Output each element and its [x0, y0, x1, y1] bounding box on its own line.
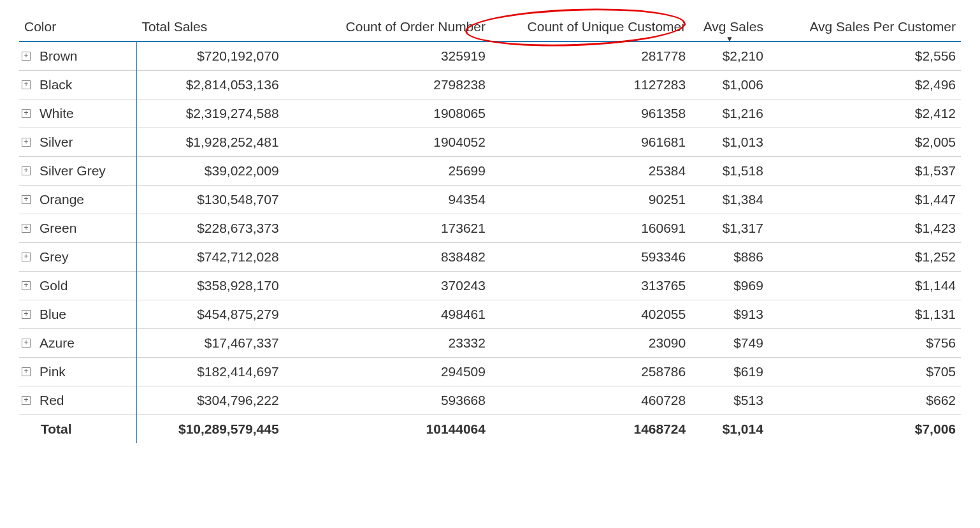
- total-avg-sales: $1,014: [691, 415, 768, 444]
- cell-count-order: 94354: [284, 186, 491, 214]
- cell-color[interactable]: +Gold: [19, 272, 136, 300]
- cell-count-customer: 160691: [491, 214, 691, 243]
- cell-avg-per-customer: $1,131: [768, 300, 961, 329]
- expand-icon[interactable]: +: [22, 224, 31, 233]
- cell-color[interactable]: +Silver: [19, 128, 136, 157]
- table-body: +Brown$720,192,070325919281778$2,210$2,5…: [19, 41, 961, 443]
- header-avg-sales-label: Avg Sales: [703, 19, 763, 34]
- header-row: Color Total Sales Count of Order Number …: [19, 13, 961, 41]
- color-label: Azure: [40, 335, 75, 350]
- cell-count-customer: 961358: [491, 99, 691, 128]
- cell-count-customer: 1127283: [491, 71, 691, 99]
- table-row: +Silver Grey$39,022,0092569925384$1,518$…: [19, 157, 961, 186]
- expand-icon[interactable]: +: [22, 396, 31, 405]
- table-row: +Green$228,673,373173621160691$1,317$1,4…: [19, 214, 961, 243]
- expand-icon[interactable]: +: [22, 339, 31, 348]
- cell-avg-per-customer: $662: [768, 386, 961, 415]
- cell-count-order: 498461: [284, 300, 491, 329]
- cell-count-order: 25699: [284, 157, 491, 186]
- expand-icon[interactable]: +: [22, 281, 31, 290]
- color-label: Gold: [40, 278, 68, 293]
- expand-icon[interactable]: +: [22, 52, 31, 61]
- cell-avg-per-customer: $1,144: [768, 272, 961, 300]
- header-color[interactable]: Color: [19, 13, 136, 41]
- cell-avg-sales: $913: [691, 300, 768, 329]
- header-avg-per-customer-label: Avg Sales Per Customer: [809, 19, 956, 34]
- header-avg-sales[interactable]: Avg Sales ▼: [691, 13, 768, 41]
- cell-count-customer: 313765: [491, 272, 691, 300]
- table-row: +Blue$454,875,279498461402055$913$1,131: [19, 300, 961, 329]
- cell-color[interactable]: +Black: [19, 71, 136, 99]
- cell-color[interactable]: +Pink: [19, 358, 136, 386]
- sort-descending-icon: ▼: [726, 34, 733, 43]
- expand-icon[interactable]: +: [22, 166, 31, 175]
- cell-color[interactable]: +Green: [19, 214, 136, 243]
- expand-icon[interactable]: +: [22, 195, 31, 204]
- cell-avg-per-customer: $2,496: [768, 71, 961, 99]
- cell-total-sales: $304,796,222: [136, 386, 284, 415]
- header-avg-per-customer[interactable]: Avg Sales Per Customer: [768, 13, 961, 41]
- cell-avg-per-customer: $705: [768, 358, 961, 386]
- expand-icon[interactable]: +: [22, 367, 31, 376]
- table-row: +Red$304,796,222593668460728$513$662: [19, 386, 961, 415]
- cell-color[interactable]: +Blue: [19, 300, 136, 329]
- color-label: White: [40, 106, 74, 121]
- cell-avg-sales: $886: [691, 243, 768, 272]
- cell-color[interactable]: +Silver Grey: [19, 157, 136, 186]
- cell-count-order: 838482: [284, 243, 491, 272]
- cell-color[interactable]: +Red: [19, 386, 136, 415]
- header-count-order-label: Count of Order Number: [346, 19, 486, 34]
- cell-count-customer: 258786: [491, 358, 691, 386]
- cell-avg-per-customer: $2,005: [768, 128, 961, 157]
- cell-color[interactable]: +Grey: [19, 243, 136, 272]
- table-row: +Brown$720,192,070325919281778$2,210$2,5…: [19, 41, 961, 71]
- color-label: Orange: [40, 192, 84, 207]
- cell-avg-per-customer: $1,537: [768, 157, 961, 186]
- cell-total-sales: $2,319,274,588: [136, 99, 284, 128]
- cell-avg-per-customer: $2,556: [768, 41, 961, 71]
- cell-color[interactable]: +Azure: [19, 329, 136, 358]
- total-total-sales: $10,289,579,445: [136, 415, 284, 444]
- color-label: Black: [40, 77, 72, 92]
- cell-avg-per-customer: $1,447: [768, 186, 961, 214]
- header-count-customer[interactable]: Count of Unique Customer: [491, 13, 691, 41]
- color-label: Pink: [40, 364, 66, 379]
- header-count-customer-label: Count of Unique Customer: [528, 19, 686, 34]
- expand-icon[interactable]: +: [22, 253, 31, 261]
- table-row: +Gold$358,928,170370243313765$969$1,144: [19, 272, 961, 300]
- table-row: +Black$2,814,053,13627982381127283$1,006…: [19, 71, 961, 99]
- cell-count-order: 1904052: [284, 128, 491, 157]
- cell-avg-sales: $1,518: [691, 157, 768, 186]
- cell-total-sales: $39,022,009: [136, 157, 284, 186]
- expand-icon[interactable]: +: [22, 310, 31, 319]
- expand-icon[interactable]: +: [22, 138, 31, 147]
- header-color-label: Color: [24, 19, 56, 34]
- table-row: +Pink$182,414,697294509258786$619$705: [19, 358, 961, 386]
- cell-total-sales: $228,673,373: [136, 214, 284, 243]
- expand-icon[interactable]: +: [22, 109, 31, 118]
- cell-avg-sales: $513: [691, 386, 768, 415]
- cell-count-order: 2798238: [284, 71, 491, 99]
- cell-count-order: 173621: [284, 214, 491, 243]
- total-label-cell: Total: [19, 415, 136, 444]
- color-label: Red: [40, 393, 64, 407]
- cell-count-customer: 90251: [491, 186, 691, 214]
- total-row: Total$10,289,579,445101440641468724$1,01…: [19, 415, 961, 444]
- cell-count-customer: 23090: [491, 329, 691, 358]
- header-total-sales[interactable]: Total Sales: [136, 13, 284, 41]
- header-count-order[interactable]: Count of Order Number: [284, 13, 491, 41]
- matrix-visual: Color Total Sales Count of Order Number …: [19, 13, 961, 443]
- cell-count-customer: 460728: [491, 386, 691, 415]
- cell-color[interactable]: +Orange: [19, 186, 136, 214]
- cell-avg-per-customer: $1,252: [768, 243, 961, 272]
- cell-avg-sales: $1,317: [691, 214, 768, 243]
- total-count-customer: 1468724: [491, 415, 691, 444]
- color-label: Brown: [40, 48, 78, 63]
- cell-total-sales: $182,414,697: [136, 358, 284, 386]
- cell-color[interactable]: +Brown: [19, 41, 136, 71]
- cell-color[interactable]: +White: [19, 99, 136, 128]
- total-avg-per-customer: $7,006: [768, 415, 961, 444]
- total-count-order: 10144064: [284, 415, 491, 444]
- cell-count-order: 593668: [284, 386, 491, 415]
- expand-icon[interactable]: +: [22, 80, 31, 89]
